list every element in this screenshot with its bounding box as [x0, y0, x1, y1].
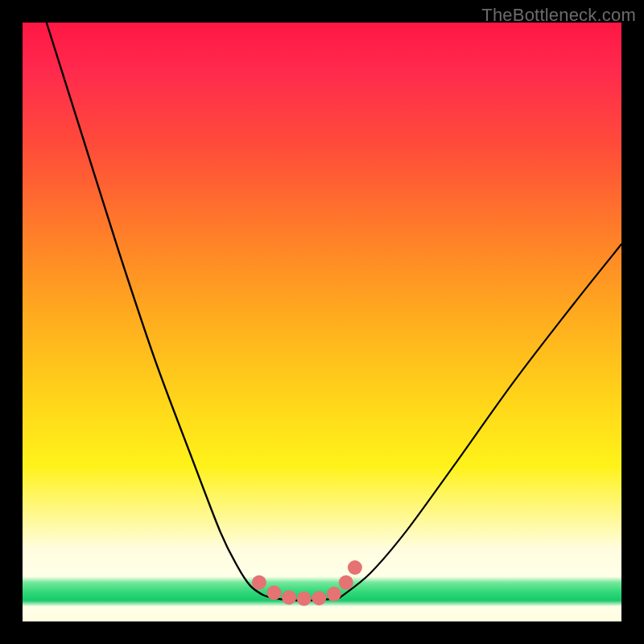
chart-frame: TheBottleneck.com — [0, 0, 644, 644]
valley-marker — [327, 587, 341, 601]
valley-marker — [282, 590, 296, 605]
curve-group — [47, 23, 621, 601]
valley-markers-group — [252, 560, 362, 606]
chart-svg — [23, 23, 621, 621]
valley-marker — [348, 560, 362, 575]
curve-right-branch — [340, 244, 621, 597]
valley-marker — [339, 576, 353, 590]
valley-marker — [297, 592, 312, 606]
valley-marker — [267, 585, 282, 600]
valley-marker — [312, 591, 326, 605]
chart-plot-area — [23, 23, 621, 621]
valley-marker — [252, 576, 266, 590]
curve-left-branch — [47, 23, 271, 597]
